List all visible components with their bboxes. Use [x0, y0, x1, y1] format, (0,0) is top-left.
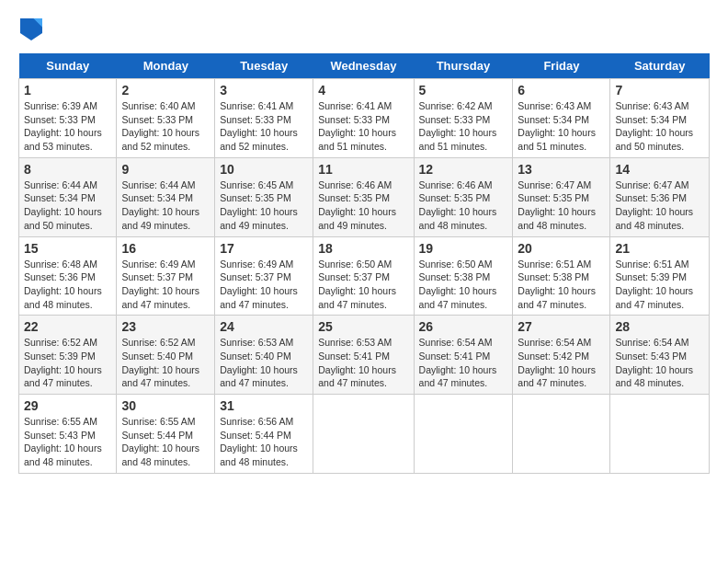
day-number: 24	[220, 319, 308, 334]
calendar-cell: 21Sunrise: 6:51 AM Sunset: 5:39 PM Dayli…	[610, 236, 710, 316]
day-header-saturday: Saturday	[610, 53, 710, 79]
day-number: 15	[24, 241, 111, 256]
calendar-cell: 18Sunrise: 6:50 AM Sunset: 5:37 PM Dayli…	[313, 236, 414, 316]
day-number: 20	[518, 241, 605, 256]
day-header-wednesday: Wednesday	[313, 53, 414, 79]
calendar-cell: 8Sunrise: 6:44 AM Sunset: 5:34 PM Daylig…	[19, 157, 117, 236]
calendar-cell	[313, 395, 414, 474]
calendar-cell: 12Sunrise: 6:46 AM Sunset: 5:35 PM Dayli…	[414, 157, 513, 236]
day-info: Sunrise: 6:43 AM Sunset: 5:34 PM Dayligh…	[518, 99, 605, 154]
day-info: Sunrise: 6:54 AM Sunset: 5:42 PM Dayligh…	[518, 336, 605, 390]
calendar-cell: 17Sunrise: 6:49 AM Sunset: 5:37 PM Dayli…	[215, 236, 313, 316]
day-number: 4	[318, 83, 408, 98]
calendar-cell: 26Sunrise: 6:54 AM Sunset: 5:41 PM Dayli…	[414, 316, 513, 395]
day-info: Sunrise: 6:53 AM Sunset: 5:41 PM Dayligh…	[318, 336, 408, 390]
day-info: Sunrise: 6:43 AM Sunset: 5:34 PM Dayligh…	[615, 99, 704, 154]
calendar-cell: 29Sunrise: 6:55 AM Sunset: 5:43 PM Dayli…	[19, 395, 117, 474]
day-info: Sunrise: 6:42 AM Sunset: 5:33 PM Dayligh…	[419, 99, 508, 154]
day-number: 1	[24, 83, 111, 98]
calendar-table: SundayMondayTuesdayWednesdayThursdayFrid…	[18, 53, 710, 474]
day-number: 6	[518, 83, 605, 98]
day-info: Sunrise: 6:56 AM Sunset: 5:44 PM Dayligh…	[220, 415, 308, 469]
calendar-cell: 24Sunrise: 6:53 AM Sunset: 5:40 PM Dayli…	[215, 316, 313, 395]
day-number: 18	[318, 241, 408, 256]
day-number: 5	[419, 83, 508, 98]
day-info: Sunrise: 6:39 AM Sunset: 5:33 PM Dayligh…	[24, 99, 111, 154]
calendar-cell: 23Sunrise: 6:52 AM Sunset: 5:40 PM Dayli…	[117, 316, 215, 395]
day-info: Sunrise: 6:50 AM Sunset: 5:37 PM Dayligh…	[318, 258, 408, 312]
calendar-cell: 28Sunrise: 6:54 AM Sunset: 5:43 PM Dayli…	[610, 316, 710, 395]
day-number: 19	[419, 241, 508, 256]
day-number: 22	[24, 319, 111, 334]
day-header-thursday: Thursday	[414, 53, 513, 79]
calendar-cell: 1Sunrise: 6:39 AM Sunset: 5:33 PM Daylig…	[19, 79, 117, 158]
calendar-cell	[513, 395, 610, 474]
calendar-cell	[610, 395, 710, 474]
day-info: Sunrise: 6:50 AM Sunset: 5:38 PM Dayligh…	[419, 258, 508, 312]
day-header-sunday: Sunday	[19, 53, 117, 79]
day-info: Sunrise: 6:53 AM Sunset: 5:40 PM Dayligh…	[220, 336, 308, 390]
day-number: 11	[318, 162, 408, 177]
day-header-row: SundayMondayTuesdayWednesdayThursdayFrid…	[19, 53, 710, 79]
calendar-cell: 22Sunrise: 6:52 AM Sunset: 5:39 PM Dayli…	[19, 316, 117, 395]
day-number: 13	[518, 162, 605, 177]
calendar-cell: 5Sunrise: 6:42 AM Sunset: 5:33 PM Daylig…	[414, 79, 513, 158]
day-number: 23	[121, 319, 210, 334]
calendar-cell: 15Sunrise: 6:48 AM Sunset: 5:36 PM Dayli…	[19, 236, 117, 316]
day-info: Sunrise: 6:44 AM Sunset: 5:34 PM Dayligh…	[121, 178, 210, 233]
day-number: 3	[220, 83, 308, 98]
day-number: 17	[220, 241, 308, 256]
day-info: Sunrise: 6:47 AM Sunset: 5:36 PM Dayligh…	[615, 178, 704, 233]
day-info: Sunrise: 6:51 AM Sunset: 5:39 PM Dayligh…	[615, 258, 704, 312]
calendar-cell: 6Sunrise: 6:43 AM Sunset: 5:34 PM Daylig…	[513, 79, 610, 158]
day-number: 31	[220, 398, 308, 413]
day-info: Sunrise: 6:48 AM Sunset: 5:36 PM Dayligh…	[24, 258, 111, 312]
day-number: 28	[615, 319, 704, 334]
day-info: Sunrise: 6:55 AM Sunset: 5:43 PM Dayligh…	[24, 415, 111, 469]
day-info: Sunrise: 6:51 AM Sunset: 5:38 PM Dayligh…	[518, 258, 605, 312]
logo-icon	[20, 18, 42, 40]
day-info: Sunrise: 6:47 AM Sunset: 5:35 PM Dayligh…	[518, 178, 605, 233]
calendar-cell: 30Sunrise: 6:55 AM Sunset: 5:44 PM Dayli…	[117, 395, 215, 474]
calendar-cell: 7Sunrise: 6:43 AM Sunset: 5:34 PM Daylig…	[610, 79, 710, 158]
day-number: 29	[24, 398, 111, 413]
day-number: 16	[121, 241, 210, 256]
day-info: Sunrise: 6:41 AM Sunset: 5:33 PM Dayligh…	[318, 99, 408, 154]
day-number: 10	[220, 162, 308, 177]
day-header-monday: Monday	[117, 53, 215, 79]
calendar-cell	[414, 395, 513, 474]
calendar-cell: 4Sunrise: 6:41 AM Sunset: 5:33 PM Daylig…	[313, 79, 414, 158]
day-number: 30	[121, 398, 210, 413]
day-info: Sunrise: 6:44 AM Sunset: 5:34 PM Dayligh…	[24, 178, 111, 233]
day-number: 12	[419, 162, 508, 177]
day-header-tuesday: Tuesday	[215, 53, 313, 79]
day-info: Sunrise: 6:52 AM Sunset: 5:39 PM Dayligh…	[24, 336, 111, 390]
day-number: 9	[121, 162, 210, 177]
day-number: 25	[318, 319, 408, 334]
day-info: Sunrise: 6:54 AM Sunset: 5:41 PM Dayligh…	[419, 336, 508, 390]
day-number: 7	[615, 83, 704, 98]
logo	[18, 18, 46, 44]
day-number: 2	[121, 83, 210, 98]
day-info: Sunrise: 6:49 AM Sunset: 5:37 PM Dayligh…	[121, 258, 210, 312]
calendar-cell: 31Sunrise: 6:56 AM Sunset: 5:44 PM Dayli…	[215, 395, 313, 474]
week-row-4: 22Sunrise: 6:52 AM Sunset: 5:39 PM Dayli…	[19, 316, 710, 395]
day-info: Sunrise: 6:52 AM Sunset: 5:40 PM Dayligh…	[121, 336, 210, 390]
calendar-cell: 11Sunrise: 6:46 AM Sunset: 5:35 PM Dayli…	[313, 157, 414, 236]
day-info: Sunrise: 6:41 AM Sunset: 5:33 PM Dayligh…	[220, 99, 308, 154]
day-info: Sunrise: 6:40 AM Sunset: 5:33 PM Dayligh…	[121, 99, 210, 154]
calendar-cell: 16Sunrise: 6:49 AM Sunset: 5:37 PM Dayli…	[117, 236, 215, 316]
calendar-cell: 9Sunrise: 6:44 AM Sunset: 5:34 PM Daylig…	[117, 157, 215, 236]
page-header	[18, 18, 710, 44]
calendar-cell: 13Sunrise: 6:47 AM Sunset: 5:35 PM Dayli…	[513, 157, 610, 236]
day-number: 27	[518, 319, 605, 334]
calendar-cell: 3Sunrise: 6:41 AM Sunset: 5:33 PM Daylig…	[215, 79, 313, 158]
day-number: 8	[24, 162, 111, 177]
day-info: Sunrise: 6:54 AM Sunset: 5:43 PM Dayligh…	[615, 336, 704, 390]
week-row-3: 15Sunrise: 6:48 AM Sunset: 5:36 PM Dayli…	[19, 236, 710, 316]
day-number: 14	[615, 162, 704, 177]
day-info: Sunrise: 6:45 AM Sunset: 5:35 PM Dayligh…	[220, 178, 308, 233]
calendar-cell: 27Sunrise: 6:54 AM Sunset: 5:42 PM Dayli…	[513, 316, 610, 395]
week-row-5: 29Sunrise: 6:55 AM Sunset: 5:43 PM Dayli…	[19, 395, 710, 474]
day-info: Sunrise: 6:46 AM Sunset: 5:35 PM Dayligh…	[419, 178, 508, 233]
